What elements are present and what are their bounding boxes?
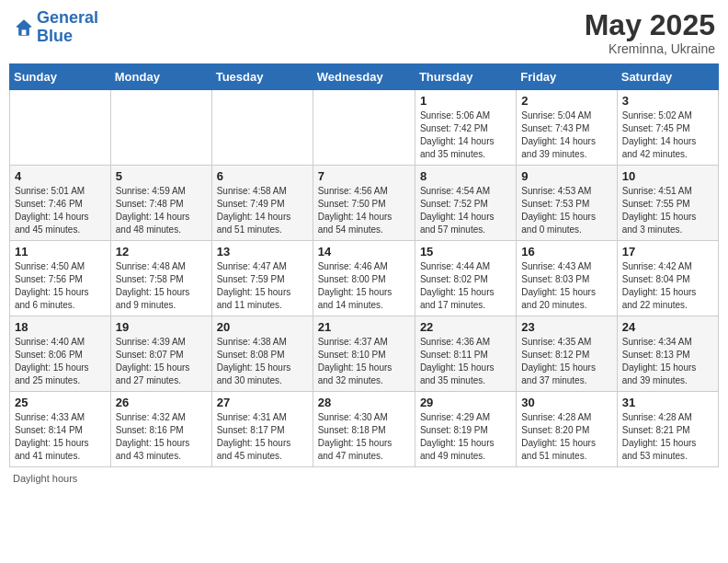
calendar-cell: 6Sunrise: 4:58 AMSunset: 7:49 PMDaylight… [211,166,313,241]
calendar-cell [10,90,111,166]
day-number: 17 [622,245,713,259]
day-info: Sunrise: 4:51 AMSunset: 7:55 PMDaylight:… [622,185,713,236]
calendar-cell: 13Sunrise: 4:47 AMSunset: 7:59 PMDayligh… [211,241,313,316]
day-info: Sunrise: 4:46 AMSunset: 8:00 PMDaylight:… [318,260,410,312]
day-number: 18 [15,320,106,334]
calendar-cell: 29Sunrise: 4:29 AMSunset: 8:19 PMDayligh… [415,392,516,467]
day-number: 31 [622,396,713,409]
calendar-cell: 5Sunrise: 4:59 AMSunset: 7:48 PMDaylight… [110,166,211,241]
day-number: 24 [622,320,713,334]
day-info: Sunrise: 4:28 AMSunset: 8:20 PMDaylight:… [521,411,611,463]
day-info: Sunrise: 5:01 AMSunset: 7:46 PMDaylight:… [15,185,106,236]
day-number: 4 [15,169,106,183]
day-info: Sunrise: 4:28 AMSunset: 8:21 PMDaylight:… [622,411,713,463]
footer-note: Daylight hours [9,473,719,484]
logo-icon [13,17,35,39]
calendar-week-row: 1Sunrise: 5:06 AMSunset: 7:42 PMDaylight… [10,90,719,166]
svg-rect-3 [22,29,27,35]
day-info: Sunrise: 4:58 AMSunset: 7:49 PMDaylight:… [217,185,308,236]
day-number: 23 [521,320,611,334]
calendar-cell: 21Sunrise: 4:37 AMSunset: 8:10 PMDayligh… [313,316,415,392]
calendar-week-row: 11Sunrise: 4:50 AMSunset: 7:56 PMDayligh… [10,241,719,316]
day-info: Sunrise: 4:54 AMSunset: 7:52 PMDaylight:… [420,185,511,236]
day-number: 16 [521,245,611,259]
calendar-week-row: 25Sunrise: 4:33 AMSunset: 8:14 PMDayligh… [10,392,719,467]
page-header: General Blue May 2025 Kreminna, Ukraine [9,9,719,56]
day-number: 12 [116,245,207,259]
calendar-cell: 3Sunrise: 5:02 AMSunset: 7:45 PMDaylight… [617,90,718,166]
calendar-cell: 14Sunrise: 4:46 AMSunset: 8:00 PMDayligh… [313,241,415,316]
day-info: Sunrise: 4:56 AMSunset: 7:50 PMDaylight:… [318,185,410,236]
day-info: Sunrise: 4:40 AMSunset: 8:06 PMDaylight:… [15,336,106,387]
day-number: 11 [15,245,106,259]
calendar-header-row: SundayMondayTuesdayWednesdayThursdayFrid… [10,64,719,90]
day-number: 5 [116,169,207,183]
day-info: Sunrise: 4:37 AMSunset: 8:10 PMDaylight:… [318,336,410,387]
calendar-day-header-saturday: Saturday [617,64,718,90]
day-info: Sunrise: 4:34 AMSunset: 8:13 PMDaylight:… [622,336,713,387]
day-number: 7 [318,169,410,183]
calendar-cell: 18Sunrise: 4:40 AMSunset: 8:06 PMDayligh… [10,316,111,392]
day-number: 15 [420,245,511,259]
calendar-cell: 25Sunrise: 4:33 AMSunset: 8:14 PMDayligh… [10,392,111,467]
calendar-week-row: 4Sunrise: 5:01 AMSunset: 7:46 PMDaylight… [10,166,719,241]
day-info: Sunrise: 4:32 AMSunset: 8:16 PMDaylight:… [116,411,207,463]
day-number: 8 [420,169,511,183]
calendar-cell [211,90,313,166]
calendar-week-row: 18Sunrise: 4:40 AMSunset: 8:06 PMDayligh… [10,316,719,392]
calendar-table: SundayMondayTuesdayWednesdayThursdayFrid… [9,63,719,467]
day-number: 19 [116,320,207,334]
day-number: 30 [521,396,611,409]
calendar-cell: 1Sunrise: 5:06 AMSunset: 7:42 PMDaylight… [415,90,516,166]
day-info: Sunrise: 4:50 AMSunset: 7:56 PMDaylight:… [15,260,106,312]
day-number: 6 [217,169,308,183]
day-info: Sunrise: 4:44 AMSunset: 8:02 PMDaylight:… [420,260,511,312]
day-info: Sunrise: 4:33 AMSunset: 8:14 PMDaylight:… [15,411,106,463]
calendar-cell: 16Sunrise: 4:43 AMSunset: 8:03 PMDayligh… [517,241,617,316]
calendar-cell: 28Sunrise: 4:30 AMSunset: 8:18 PMDayligh… [313,392,415,467]
calendar-cell: 10Sunrise: 4:51 AMSunset: 7:55 PMDayligh… [617,166,718,241]
day-info: Sunrise: 4:39 AMSunset: 8:07 PMDaylight:… [116,336,207,387]
calendar-cell: 22Sunrise: 4:36 AMSunset: 8:11 PMDayligh… [415,316,516,392]
day-info: Sunrise: 4:42 AMSunset: 8:04 PMDaylight:… [622,260,713,312]
logo-text: General Blue [37,9,98,46]
calendar-day-header-friday: Friday [517,64,617,90]
day-info: Sunrise: 4:47 AMSunset: 7:59 PMDaylight:… [217,260,308,312]
calendar-cell: 20Sunrise: 4:38 AMSunset: 8:08 PMDayligh… [211,316,313,392]
day-info: Sunrise: 4:59 AMSunset: 7:48 PMDaylight:… [116,185,207,236]
day-info: Sunrise: 4:43 AMSunset: 8:03 PMDaylight:… [521,260,611,312]
calendar-cell [313,90,415,166]
day-number: 21 [318,320,410,334]
calendar-cell: 23Sunrise: 4:35 AMSunset: 8:12 PMDayligh… [517,316,617,392]
day-info: Sunrise: 4:36 AMSunset: 8:11 PMDaylight:… [420,336,511,387]
day-info: Sunrise: 4:53 AMSunset: 7:53 PMDaylight:… [521,185,611,236]
calendar-cell: 26Sunrise: 4:32 AMSunset: 8:16 PMDayligh… [110,392,211,467]
day-info: Sunrise: 5:06 AMSunset: 7:42 PMDaylight:… [420,109,511,161]
day-number: 13 [217,245,308,259]
day-number: 26 [116,396,207,409]
location-subtitle: Kreminna, Ukraine [585,41,715,56]
calendar-cell: 8Sunrise: 4:54 AMSunset: 7:52 PMDaylight… [415,166,516,241]
day-number: 27 [217,396,308,409]
calendar-cell: 27Sunrise: 4:31 AMSunset: 8:17 PMDayligh… [211,392,313,467]
calendar-day-header-tuesday: Tuesday [211,64,313,90]
day-number: 2 [521,94,611,108]
calendar-day-header-sunday: Sunday [10,64,111,90]
calendar-cell: 11Sunrise: 4:50 AMSunset: 7:56 PMDayligh… [10,241,111,316]
calendar-cell: 12Sunrise: 4:48 AMSunset: 7:58 PMDayligh… [110,241,211,316]
day-info: Sunrise: 4:29 AMSunset: 8:19 PMDaylight:… [420,411,511,463]
day-number: 22 [420,320,511,334]
calendar-cell: 7Sunrise: 4:56 AMSunset: 7:50 PMDaylight… [313,166,415,241]
day-info: Sunrise: 5:04 AMSunset: 7:43 PMDaylight:… [521,109,611,161]
calendar-day-header-monday: Monday [110,64,211,90]
calendar-cell: 4Sunrise: 5:01 AMSunset: 7:46 PMDaylight… [10,166,111,241]
calendar-cell: 17Sunrise: 4:42 AMSunset: 8:04 PMDayligh… [617,241,718,316]
day-info: Sunrise: 4:35 AMSunset: 8:12 PMDaylight:… [521,336,611,387]
day-info: Sunrise: 4:30 AMSunset: 8:18 PMDaylight:… [318,411,410,463]
day-number: 1 [420,94,511,108]
day-info: Sunrise: 4:31 AMSunset: 8:17 PMDaylight:… [217,411,308,463]
calendar-day-header-thursday: Thursday [415,64,516,90]
calendar-cell [110,90,211,166]
calendar-cell: 2Sunrise: 5:04 AMSunset: 7:43 PMDaylight… [517,90,617,166]
day-number: 29 [420,396,511,409]
